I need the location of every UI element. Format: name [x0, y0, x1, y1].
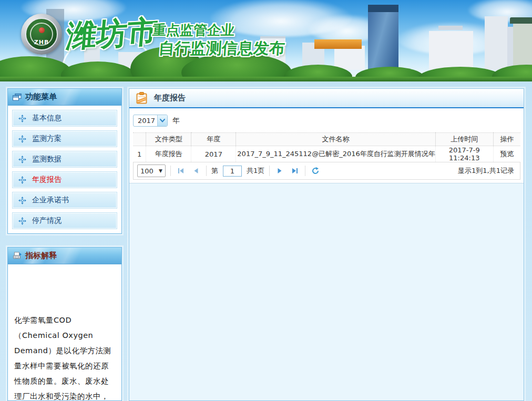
- cell-upload-time: 2017-7-9 11:24:13: [435, 146, 493, 162]
- move-arrow-icon: [18, 115, 26, 122]
- header-file-type: 文件类型: [146, 133, 191, 146]
- refresh-button[interactable]: [310, 166, 321, 176]
- function-menu-list: 基本信息 监测方案 监测数据: [8, 106, 121, 233]
- banner-subtitle-line1: 重点监管企业: [152, 21, 235, 39]
- sidebar-item-monitoring-data[interactable]: 监测数据: [12, 151, 117, 168]
- page-title: 年度报告: [154, 93, 186, 103]
- first-page-button[interactable]: [176, 166, 186, 176]
- cell-index: 1: [133, 146, 146, 162]
- last-page-button[interactable]: [290, 166, 300, 176]
- indicator-panel-header: 指标解释: [8, 248, 121, 264]
- city-title: 潍坊市: [65, 11, 160, 57]
- page-size-value: 100: [140, 167, 154, 175]
- header-action: 操作: [493, 133, 520, 146]
- sidebar-item-production-halt[interactable]: 停产情况: [12, 212, 117, 229]
- function-menu-panel: 功能菜单 基本信息 监测方案: [7, 88, 122, 234]
- pagination-bar: 100 ▼ 第 共1页: [133, 162, 520, 180]
- banner-subtitle-line2: 自行监测信息发布: [158, 38, 286, 59]
- page-total-label: 共1页: [247, 166, 264, 176]
- record-summary: 显示1到1,共1记录: [458, 166, 516, 176]
- function-menu-header: 功能菜单: [8, 89, 121, 106]
- sidebar-item-label: 基本信息: [32, 114, 62, 123]
- next-page-button[interactable]: [274, 166, 285, 176]
- year-filter-row: 2017 年: [133, 115, 520, 127]
- header-upload-time: 上传时间: [435, 133, 493, 146]
- page-prefix-label: 第: [211, 166, 218, 176]
- previous-page-button[interactable]: [191, 166, 201, 176]
- sidebar-item-label: 监测数据: [32, 155, 62, 164]
- annual-report-header: 年度报告: [129, 89, 524, 108]
- chevron-down-icon: [157, 115, 167, 126]
- windows-icon: [13, 94, 22, 101]
- grass-strip: [0, 77, 532, 81]
- site-banner: ZHB 潍坊市 重点监管企业 自行监测信息发布: [0, 0, 532, 81]
- sidebar-item-label: 企业承诺书: [32, 196, 69, 205]
- move-arrow-icon: [18, 197, 26, 204]
- glass-tower-building: [368, 5, 398, 70]
- annual-report-panel: 年度报告 2017 年 文件类型 年度 文件名称: [129, 88, 524, 401]
- table-header-row: 文件类型 年度 文件名称 上传时间 操作: [133, 133, 520, 146]
- year-select[interactable]: 2017: [133, 115, 168, 127]
- building: [334, 46, 365, 70]
- clipboard-icon: [136, 92, 147, 104]
- sidebar-item-label: 年度报告: [32, 175, 62, 184]
- page-size-select[interactable]: 100 ▼: [137, 164, 166, 177]
- sidebar-item-annual-report[interactable]: 年度报告: [12, 171, 117, 188]
- sidebar-item-enterprise-commitment[interactable]: 企业承诺书: [12, 192, 117, 209]
- annual-report-content: 2017 年 文件类型 年度 文件名称 上传时间 操作: [129, 108, 524, 183]
- cell-file-name: 2017_7_9_11_245112@已解密_2016年度自行监测开展情况年: [236, 146, 435, 162]
- pager-separator: [206, 166, 207, 176]
- move-arrow-icon: [18, 156, 26, 163]
- indicator-panel-title: 指标解释: [25, 251, 57, 261]
- cell-file-type: 年度报告: [146, 146, 191, 162]
- sidebar-item-monitoring-plan[interactable]: 监测方案: [12, 130, 117, 147]
- move-arrow-icon: [18, 176, 26, 184]
- page-number-input[interactable]: [223, 166, 242, 177]
- indicator-explanation-panel: 指标解释 化学需氧量COD（Chemical Oxygen Demand）是以化…: [7, 247, 122, 401]
- pagoda-building: [513, 24, 532, 70]
- billboard: [314, 39, 362, 49]
- sidebar-item-basic-info[interactable]: 基本信息: [12, 110, 117, 127]
- year-unit-label: 年: [172, 116, 180, 126]
- indicator-explanation-text: 化学需氧量COD（Chemical Oxygen Demand）是以化学方法测量…: [8, 264, 121, 401]
- preview-link[interactable]: 预览: [493, 146, 520, 162]
- pager-separator: [170, 166, 171, 176]
- header-year: 年度: [191, 133, 236, 146]
- printer-export-icon: [13, 252, 22, 260]
- logo-red-dot: [39, 27, 45, 33]
- pager-separator: [269, 166, 270, 176]
- table-row: 1 年度报告 2017 2017_7_9_11_245112@已解密_2016年…: [133, 146, 520, 162]
- move-arrow-icon: [18, 217, 26, 225]
- annual-report-table: 文件类型 年度 文件名称 上传时间 操作 1 年度报告 2017 2017_7_…: [133, 132, 520, 162]
- sidebar-item-label: 停产情况: [32, 216, 62, 225]
- cell-year: 2017: [191, 146, 236, 162]
- caret-down-icon: ▼: [159, 168, 162, 173]
- sidebar-item-label: 监测方案: [32, 134, 62, 143]
- building: [429, 31, 473, 70]
- header-index: [133, 133, 146, 146]
- logo-emblem: ZHB: [25, 18, 58, 50]
- logo-zhb-text: ZHB: [26, 39, 57, 46]
- environmental-protection-logo: ZHB: [21, 14, 62, 55]
- year-select-value: 2017: [138, 117, 155, 125]
- building: [485, 16, 508, 70]
- move-arrow-icon: [18, 135, 26, 143]
- function-menu-title: 功能菜单: [25, 92, 57, 102]
- pager-separator: [305, 166, 305, 176]
- header-file-name: 文件名称: [236, 133, 435, 146]
